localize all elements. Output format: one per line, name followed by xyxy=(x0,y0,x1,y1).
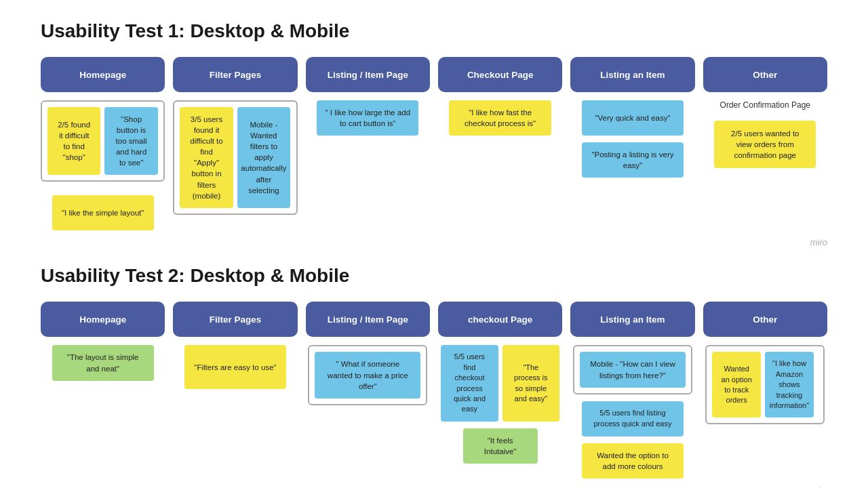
card-t2-ot-1: Wanted an option to track orders xyxy=(712,352,761,418)
col-header-listitem-t1[interactable]: Listing an Item xyxy=(570,57,694,92)
col-header-homepage-t1[interactable]: Homepage xyxy=(41,57,165,92)
col-header-filter-t2[interactable]: Filter Pages xyxy=(173,302,297,337)
test2-title: Usability Test 2: Desktop & Mobile xyxy=(41,265,827,287)
card-t2-hp-1: "The layout is simple and neat" xyxy=(52,345,154,380)
listitem-t2-outlined: Mobile - "How can I view listings from h… xyxy=(573,345,692,394)
col-listing-t1: Listing / Item Page " I like how large t… xyxy=(306,57,430,230)
col-homepage-t2: Homepage "The layout is simple and neat" xyxy=(41,302,165,478)
card-t2-cp-3: "It feels Intutaive" xyxy=(463,428,538,464)
col-header-filter-t1[interactable]: Filter Pages xyxy=(173,57,297,92)
card-t2-ot-2: "I like how Amazon shows tracking inform… xyxy=(765,352,814,418)
col-cards-listing-t1: " I like how large the add to cart butto… xyxy=(306,100,430,136)
col-cards-listitem-t1: "Very quick and easy" "Posting a listing… xyxy=(570,100,694,178)
col-header-listitem-t2[interactable]: Listing an Item xyxy=(570,302,694,337)
col-header-checkout-t1[interactable]: Checkout Page xyxy=(438,57,562,92)
col-cards-checkout-t1: "I like how fast the checkout process is… xyxy=(438,100,562,136)
col-header-checkout-t2[interactable]: checkout Page xyxy=(438,302,562,337)
card-t2-lp-1: " What if someone wanted to make a price… xyxy=(315,352,420,398)
card-t1-lp-1: " I like how large the add to cart butto… xyxy=(317,100,418,136)
col-cards-listitem-t2: Mobile - "How can I view listings from h… xyxy=(570,345,694,478)
col-filter-t2: Filter Pages "Filters are easy to use" xyxy=(173,302,297,478)
card-t2-li-3: Wanted the option to add more colours xyxy=(582,443,684,479)
col-header-other-t1[interactable]: Other xyxy=(703,57,827,92)
col-cards-filter-t1: 3/5 users found it difficult to find "Ap… xyxy=(173,100,297,215)
col-homepage-t1: Homepage 2/5 found it difficult to find … xyxy=(41,57,165,230)
card-t1-fp-2: Mobile - Wanted filters to apply automat… xyxy=(237,107,290,208)
col-checkout-t2: checkout Page 5/5 users find checkout pr… xyxy=(438,302,562,478)
card-t2-cp-2: "The process is so simple and easy" xyxy=(502,345,559,421)
col-cards-other-t1: Order Confirmation Page 2/5 users wanted… xyxy=(703,100,827,168)
card-t2-li-2: 5/5 users find listing process quick and… xyxy=(582,401,684,436)
test2-columns: Homepage "The layout is simple and neat"… xyxy=(41,302,827,478)
order-confirm-label: Order Confirmation Page xyxy=(720,100,810,110)
card-t2-li-1: Mobile - "How can I view listings from h… xyxy=(580,352,686,387)
card-t1-fp-1: 3/5 users found it difficult to find "Ap… xyxy=(180,107,233,208)
col-checkout-t1: Checkout Page "I like how fast the check… xyxy=(438,57,562,230)
card-t1-hp-1: 2/5 found it difficult to find "shop" xyxy=(47,107,100,175)
col-header-other-t2[interactable]: Other xyxy=(703,302,827,337)
col-listitem-t2: Listing an Item Mobile - "How can I view… xyxy=(570,302,694,478)
col-other-t1: Other Order Confirmation Page 2/5 users … xyxy=(703,57,827,230)
col-filter-t1: Filter Pages 3/5 users found it difficul… xyxy=(173,57,297,230)
col-cards-filter-t2: "Filters are easy to use" xyxy=(173,345,297,389)
col-cards-listing-t2: " What if someone wanted to make a price… xyxy=(306,345,430,405)
page: Usability Test 1: Desktop & Mobile Homep… xyxy=(0,0,868,488)
card-t1-cp-1: "I like how fast the checkout process is… xyxy=(449,100,551,136)
col-listing-t2: Listing / Item Page " What if someone wa… xyxy=(306,302,430,478)
filter-t1-outlined-group: 3/5 users found it difficult to find "Ap… xyxy=(173,100,297,215)
col-header-homepage-t2[interactable]: Homepage xyxy=(41,302,165,337)
miro-label-t2: miro xyxy=(41,485,827,488)
card-t1-li-2: "Posting a listing is very easy" xyxy=(582,142,684,178)
card-t1-ot-1: 2/5 users wanted to view orders from con… xyxy=(714,121,816,168)
test1-section: Usability Test 1: Desktop & Mobile Homep… xyxy=(41,20,827,247)
card-t1-hp-3: "I like the simple layout" xyxy=(52,195,154,230)
miro-label-t1: miro xyxy=(41,237,827,247)
homepage-t1-outlined-group: 2/5 found it difficult to find "shop" "S… xyxy=(41,100,165,182)
card-t1-hp-2: "Shop button is too small and hard to se… xyxy=(104,107,157,175)
col-cards-homepage-t1: 2/5 found it difficult to find "shop" "S… xyxy=(41,100,165,230)
listing-t2-outlined: " What if someone wanted to make a price… xyxy=(308,345,427,405)
col-listitem-t1: Listing an Item "Very quick and easy" "P… xyxy=(570,57,694,230)
test1-title: Usability Test 1: Desktop & Mobile xyxy=(41,20,827,42)
checkout-t2-row1: 5/5 users find checkout process quick an… xyxy=(438,345,562,421)
other-t2-outlined: Wanted an option to track orders "I like… xyxy=(705,345,825,424)
test2-section: Usability Test 2: Desktop & Mobile Homep… xyxy=(41,265,827,488)
col-header-listing-t2[interactable]: Listing / Item Page xyxy=(306,302,430,337)
col-other-t2: Other Wanted an option to track orders "… xyxy=(703,302,827,478)
col-cards-homepage-t2: "The layout is simple and neat" xyxy=(41,345,165,380)
card-t2-cp-1: 5/5 users find checkout process quick an… xyxy=(441,345,498,421)
card-t1-li-1: "Very quick and easy" xyxy=(582,100,684,136)
col-cards-checkout-t2: 5/5 users find checkout process quick an… xyxy=(438,345,562,464)
col-cards-other-t2: Wanted an option to track orders "I like… xyxy=(703,345,827,424)
card-t2-fp-1: "Filters are easy to use" xyxy=(184,345,286,389)
col-header-listing-t1[interactable]: Listing / Item Page xyxy=(306,57,430,92)
test1-columns: Homepage 2/5 found it difficult to find … xyxy=(41,57,827,230)
